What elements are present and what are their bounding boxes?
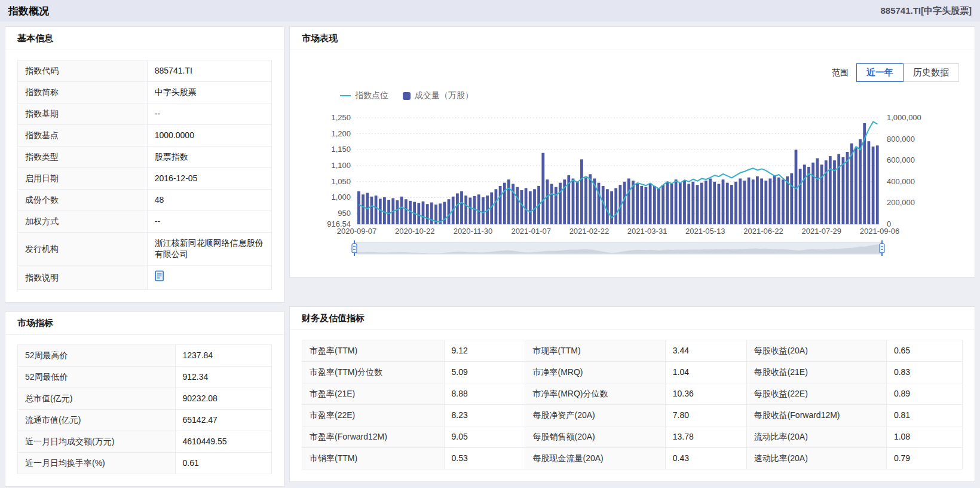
table-row: 市盈率(Forward12M)9.05每股销售额(20A)13.78流动比率(2… [302, 426, 963, 448]
row-value: 8.23 [444, 405, 525, 426]
table-row: 市盈率(22E)8.23每股净资产(20A)7.80每股收益(Forward12… [302, 405, 963, 426]
row-value: 13.78 [665, 426, 746, 448]
table-row: 市盈率(TTM)分位数5.09市净率(MRQ)1.04每股收益(21E)0.83 [302, 362, 963, 383]
index-code-label: 885741.TI[中字头股票] [880, 5, 972, 17]
row-value: 浙江核新同花顺网络信息股份有限公司 [147, 233, 271, 266]
document-icon[interactable] [155, 270, 165, 282]
row-value: 912.34 [175, 367, 272, 388]
left-column: 基本信息 指数代码885741.TI指数简称中字头股票指数基期--指数基点100… [5, 26, 284, 487]
row-label: 每股现金流量(20A) [525, 448, 665, 469]
row-value: -- [147, 211, 271, 233]
row-label: 流通市值(亿元) [18, 410, 176, 431]
table-row: 市盈率(TTM)9.12市现率(TTM)3.44每股收益(20A)0.65 [302, 340, 963, 362]
row-label: 指数类型 [18, 147, 148, 168]
table-row: 指数基点1000.0000 [18, 125, 272, 147]
row-value: 1000.0000 [147, 125, 271, 147]
table-row: 指数代码885741.TI [18, 60, 272, 82]
x-axis-label: 2021-07-29 [802, 227, 842, 236]
basic-info-panel: 基本信息 指数代码885741.TI指数简称中字头股票指数基期--指数基点100… [5, 26, 284, 303]
row-value: 1.04 [665, 362, 746, 383]
left-axis-tick: 1,150 [331, 145, 351, 154]
range-option-active[interactable]: 近一年 [856, 63, 904, 82]
page-title: 指数概况 [8, 4, 49, 18]
chart-plot-area[interactable] [357, 118, 880, 224]
table-row: 市销率(TTM)0.53每股现金流量(20A)0.43速动比率(20A)0.79 [302, 448, 963, 469]
basic-info-table: 指数代码885741.TI指数简称中字头股票指数基期--指数基点1000.000… [17, 60, 272, 290]
market-performance-title: 市场表现 [290, 27, 975, 50]
market-indicators-title: 市场指标 [5, 312, 284, 335]
range-option-inactive[interactable]: 历史数据 [903, 63, 959, 82]
row-label: 每股收益(20A) [746, 340, 886, 362]
row-label: 市盈率(TTM) [302, 340, 445, 362]
x-axis-label: 2021-09-06 [860, 227, 900, 236]
left-axis-tick: 950 [338, 209, 351, 218]
row-value: 885741.TI [147, 60, 271, 82]
row-label: 每股收益(21E) [746, 362, 886, 383]
market-indicators-panel: 市场指标 52周最高价1237.8452周最低价912.34总市值(亿元)902… [5, 311, 284, 487]
range-button-group: 近一年历史数据 [857, 63, 959, 82]
row-value [147, 266, 271, 290]
left-axis-tick: 1,200 [331, 129, 351, 138]
row-label: 近一月日均换手率(%) [18, 453, 176, 474]
market-indicators-table: 52周最高价1237.8452周最低价912.34总市值(亿元)90232.08… [17, 344, 272, 474]
row-label: 市销率(TTM) [302, 448, 445, 469]
table-row: 流通市值(亿元)65142.47 [18, 410, 272, 431]
financial-indicators-table: 市盈率(TTM)9.12市现率(TTM)3.44每股收益(20A)0.65市盈率… [302, 340, 963, 469]
row-label: 每股收益(22E) [746, 383, 886, 405]
right-axis-tick: 200,000 [887, 198, 915, 207]
row-value: 1237.84 [175, 345, 272, 367]
row-value: 0.53 [444, 448, 525, 469]
table-row: 发行机构浙江核新同花顺网络信息股份有限公司 [18, 233, 272, 266]
table-row: 市盈率(21E)8.88市净率(MRQ)分位数10.36每股收益(22E)0.8… [302, 383, 963, 405]
row-value: 48 [147, 190, 271, 211]
table-row: 指数基期-- [18, 103, 272, 125]
table-row: 指数类型股票指数 [18, 147, 272, 168]
left-axis-tick: 1,000 [331, 193, 351, 202]
row-label: 指数基期 [18, 103, 148, 125]
row-value: 9.12 [444, 340, 525, 362]
row-label: 成份个数 [18, 190, 148, 211]
x-axis-label: 2021-01-07 [511, 227, 551, 236]
row-label: 52周最低价 [18, 367, 176, 388]
x-axis-label: 2021-03-31 [627, 227, 667, 236]
legend-item[interactable]: 指数点位 [340, 90, 388, 101]
performance-chart-svg[interactable]: 1,2501,2001,1501,1001,0501,000950916.541… [297, 111, 967, 260]
row-label: 总市值(亿元) [18, 388, 176, 410]
table-row: 52周最高价1237.84 [18, 345, 272, 367]
x-axis-label: 2021-06-22 [743, 227, 783, 236]
row-value: 9.05 [444, 426, 525, 448]
row-value: 股票指数 [147, 147, 271, 168]
row-value: 1.08 [886, 426, 962, 448]
row-value: -- [147, 103, 271, 125]
table-row: 成份个数48 [18, 190, 272, 211]
row-label: 指数说明 [18, 266, 148, 290]
row-label: 市盈率(22E) [302, 405, 445, 426]
row-value: 0.81 [886, 405, 962, 426]
right-column: 市场表现 范围 近一年历史数据 指数点位成交量（万股） 1,2501,2001,… [289, 26, 975, 487]
x-axis-label: 2020-10-22 [395, 227, 435, 236]
row-label: 近一月日均成交额(万元) [18, 431, 176, 453]
row-value: 10.36 [665, 383, 746, 405]
row-value: 2016-12-05 [147, 168, 271, 190]
chart-body: 范围 近一年历史数据 指数点位成交量（万股） 1,2501,2001,1501,… [290, 63, 975, 266]
row-value: 0.43 [665, 448, 746, 469]
right-axis-tick: 1,000,000 [887, 113, 921, 122]
left-axis-tick: 1,050 [331, 177, 351, 186]
row-value: 0.83 [886, 362, 962, 383]
financial-indicators-title: 财务及估值指标 [290, 307, 975, 330]
x-axis-label: 2021-05-13 [685, 227, 725, 236]
row-value: 3.44 [665, 340, 746, 362]
row-label: 发行机构 [18, 233, 148, 266]
range-row: 范围 近一年历史数据 [305, 63, 959, 82]
legend-item[interactable]: 成交量（万股） [403, 90, 473, 101]
row-label: 指数代码 [18, 60, 148, 82]
table-row: 近一月日均换手率(%)0.61 [18, 453, 272, 474]
row-value: 4610449.55 [175, 431, 272, 453]
row-label: 市现率(TTM) [525, 340, 665, 362]
row-value: 8.88 [444, 383, 525, 405]
legend-label: 指数点位 [355, 90, 388, 101]
table-row: 启用日期2016-12-05 [18, 168, 272, 190]
left-axis-tick: 1,100 [331, 161, 351, 170]
row-label: 市盈率(Forward12M) [302, 426, 445, 448]
table-row: 近一月日均成交额(万元)4610449.55 [18, 431, 272, 453]
